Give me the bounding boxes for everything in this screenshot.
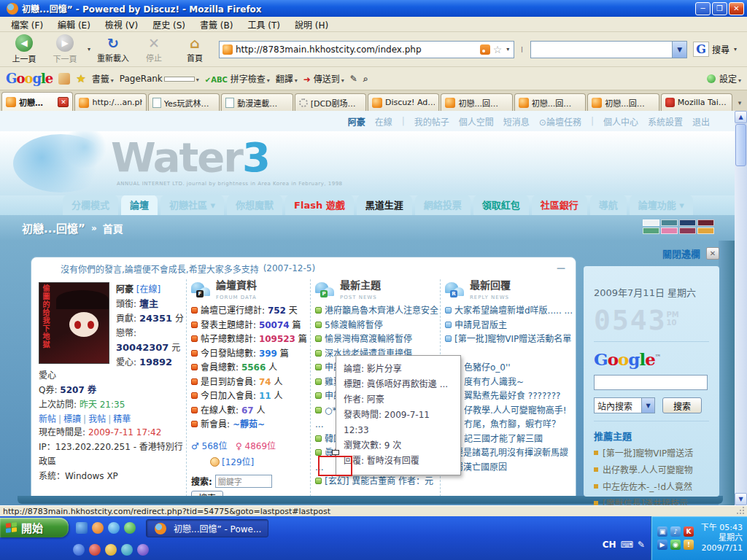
tab-10[interactable]: Mozilla Tai… — [661, 93, 732, 111]
tab-1-active[interactable]: 初戀… ✕ — [1, 92, 73, 111]
tray-clock[interactable]: 下午 05:43 星期六 2009/7/11 — [701, 523, 743, 553]
logout-link[interactable]: 退出 — [692, 115, 710, 128]
recommend-link[interactable]: 出仔教學.人人可變寵物 — [594, 462, 709, 479]
new-posts-link[interactable]: 新帖 — [39, 414, 56, 424]
resize-grip[interactable] — [735, 507, 744, 516]
tab-8[interactable]: 初戀...回… — [514, 93, 586, 111]
style-swatch[interactable] — [643, 228, 659, 234]
tab-close-icon[interactable]: ✕ — [58, 97, 69, 107]
nav-tab-forum[interactable]: 論壇 — [121, 195, 158, 215]
quick-launch-icon[interactable] — [124, 522, 136, 534]
style-swatch[interactable] — [697, 219, 714, 226]
collapse-icon[interactable]: — — [557, 263, 565, 273]
task-button-firefox[interactable]: 初戀...回憶” - Powe... — [146, 519, 268, 537]
recommend-link[interactable]: 中左佐佐木-_-!d人竟然 — [594, 479, 709, 496]
gt-bookmarks-button[interactable]: 書籤 — [92, 72, 114, 85]
quick-launch-icon[interactable] — [105, 544, 117, 556]
nav-tab-navigation[interactable]: 導航 — [590, 195, 627, 215]
menu-bookmarks[interactable]: 書籤 (B) — [193, 17, 239, 32]
scroll-thumb[interactable] — [735, 124, 746, 166]
rss-icon[interactable] — [480, 44, 490, 55]
scroll-up-icon[interactable]: ▲ — [735, 111, 747, 123]
nav-tab-column-mode[interactable]: 分欄模式 — [63, 195, 118, 215]
recommend-link[interactable]: [魔獸信長]淺井接技示 — [594, 496, 709, 505]
user-center-link[interactable]: 個人中心 — [603, 115, 638, 128]
highlighter-icon[interactable]: ✎ — [350, 74, 357, 84]
reply-link[interactable]: 翼點煮先最好食 ??????? — [445, 389, 576, 404]
gt-pagerank-button[interactable]: PageRank — [120, 74, 199, 84]
close-sidebar-link[interactable]: 關閉邊欄 — [662, 246, 700, 260]
reply-link[interactable]: 大家希望論壇新增d咩版..... ... — [445, 304, 576, 319]
tray-update-icon[interactable]: ! — [684, 540, 694, 550]
reply-link[interactable]: 仔教學.人人可變寵物高手! — [445, 404, 576, 419]
search-box[interactable]: ▼ — [530, 41, 687, 58]
tab-7[interactable]: 初戀...回… — [441, 93, 512, 111]
recommend-link[interactable]: [第一批]寵物VIP贈送活 — [594, 446, 709, 462]
gt-spellcheck-button[interactable]: ✔ABC 拼字檢查 — [205, 72, 270, 85]
tab-4[interactable]: 動漫連載… — [221, 93, 293, 111]
style-swatch[interactable] — [661, 219, 678, 226]
close-button[interactable]: ✕ — [729, 2, 744, 15]
scroll-down-icon[interactable]: ▼ — [735, 493, 747, 505]
sidebar-search-button[interactable]: 搜索 — [662, 397, 702, 413]
search-engine-dropdown-icon[interactable]: ▾ — [734, 46, 737, 52]
start-button[interactable]: 開始 — [0, 518, 69, 537]
reply-link[interactable]: 蜀漢亡國原因 — [445, 461, 576, 475]
reply-link[interactable]: 記三國才能了解三國 — [445, 432, 576, 447]
style-swatch[interactable] — [697, 228, 714, 234]
url-dropdown-icon[interactable]: ▾ — [506, 46, 509, 52]
digest-link[interactable]: 精華 — [113, 414, 131, 424]
tray-kmplayer-icon[interactable]: K — [684, 526, 694, 537]
keyboard-icon[interactable]: ⌨ — [621, 540, 633, 550]
google-search-button[interactable]: G 搜尋 ▾ — [689, 42, 743, 57]
tray-media-player-icon[interactable]: ▶ — [657, 540, 667, 550]
reply-link[interactable]: 色豬仔o_0'' — [445, 361, 576, 376]
search-history-dropdown-icon[interactable]: ▼ — [672, 42, 686, 58]
url-bar[interactable]: http://8783main.hkhostcity.com/index.php… — [219, 41, 514, 58]
nav-tab-functions[interactable]: 論壇功能 ▾ — [630, 195, 693, 215]
mark-read-link[interactable]: 標讀 — [63, 414, 81, 424]
messages-link[interactable]: 短消息 — [503, 115, 530, 128]
sidebar-search-input[interactable] — [594, 375, 708, 390]
card-icon[interactable] — [58, 73, 70, 85]
tray-volume-icon[interactable]: ♪ — [670, 526, 681, 537]
topic-link[interactable]: 港府籲烏魯木齊港人注意安全 — [315, 304, 438, 319]
menu-tools[interactable]: 工具 (T) — [241, 17, 287, 32]
my-threads-link[interactable]: 我帖 — [88, 414, 106, 424]
quick-launch-icon[interactable] — [89, 544, 101, 556]
tab-5[interactable]: [DCD剧场… — [295, 93, 366, 111]
tray-msn-icon[interactable]: ◉ — [670, 540, 681, 550]
url-text[interactable]: http://8783main.hkhostcity.com/index.php — [236, 44, 477, 55]
username-link[interactable]: 阿豪 — [348, 115, 365, 128]
gt-translate-button[interactable]: 翻譯 — [276, 72, 298, 85]
menu-help[interactable]: 說明 (H) — [288, 17, 335, 32]
quick-launch-icon[interactable] — [137, 544, 149, 556]
quick-launch-icon[interactable] — [73, 544, 85, 556]
tab-9[interactable]: 初戀...回… — [587, 93, 659, 111]
tab-overflow-dropdown-icon[interactable]: ▾ — [734, 95, 746, 111]
search-scope-select[interactable]: 站內搜索▼ — [594, 397, 655, 413]
pen-icon[interactable]: ✎ — [638, 540, 645, 550]
keyword-input[interactable] — [215, 475, 272, 488]
couple-count-link[interactable]: [129位] — [222, 457, 254, 467]
system-settings-link[interactable]: 系統設置 — [648, 115, 683, 128]
home-button[interactable]: ⌂ 首頁 — [175, 34, 214, 66]
toolbar-splitter[interactable]: ∣ — [520, 46, 523, 52]
menu-view[interactable]: 檢視 (V) — [98, 17, 144, 32]
reply-link[interactable]: 申請見習版主 — [445, 319, 576, 333]
nav-tab-red-packet[interactable]: 領取紅包 — [473, 195, 529, 215]
style-swatch[interactable] — [661, 228, 678, 234]
reply-link[interactable]: 冇尾，魚冇腳，蝦冇咩？ — [445, 418, 576, 432]
reply-link[interactable]: 要是諸葛孔明沒有揮淚斬馬謖 — [445, 446, 576, 461]
minimize-button[interactable]: ─ — [695, 2, 711, 15]
style-swatch[interactable] — [679, 228, 696, 234]
reply-link[interactable]: [第一批]寵物VIP贈送活動名單 — [445, 332, 576, 347]
reply-link[interactable]: 度有冇人識我~ — [445, 376, 576, 390]
menu-edit[interactable]: 編輯 (E) — [51, 17, 97, 32]
quick-launch-icon[interactable] — [121, 544, 133, 556]
my-posts-link[interactable]: 我的帖子 — [414, 115, 449, 128]
nav-tab-warcraft[interactable]: 你想魔獸 — [227, 195, 282, 215]
personal-space-link[interactable]: 個人空間 — [459, 115, 494, 128]
tab-3[interactable]: Yes玩武林… — [148, 93, 220, 111]
quick-launch-icon[interactable] — [76, 522, 88, 534]
